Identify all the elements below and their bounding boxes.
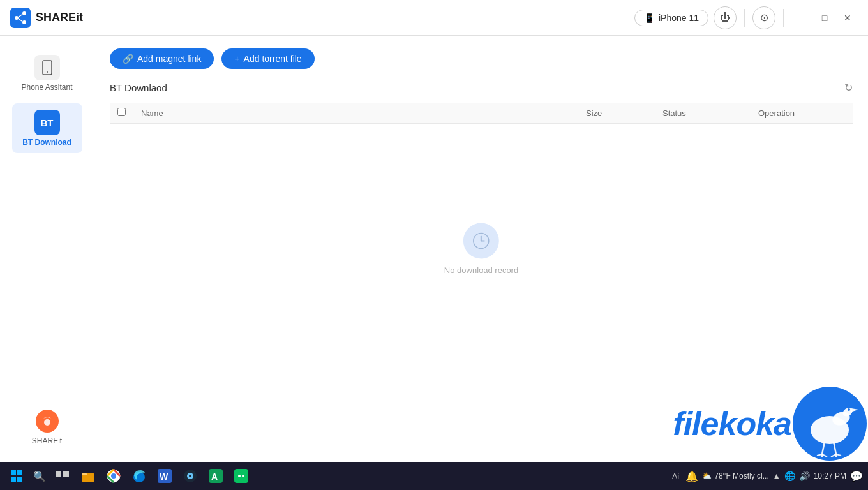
- taskbar-word[interactable]: W: [153, 464, 176, 487]
- add-magnet-button[interactable]: 🔗 Add magnet link: [110, 48, 214, 69]
- svg-rect-30: [17, 477, 22, 482]
- add-torrent-button[interactable]: + Add torrent file: [221, 48, 314, 69]
- svg-text:W: W: [160, 471, 168, 482]
- power-button[interactable]: ⏻: [714, 6, 737, 29]
- refresh-button[interactable]: ↻: [844, 82, 853, 94]
- taskbar-search-button[interactable]: 🔍: [28, 464, 51, 487]
- svg-point-47: [242, 475, 244, 477]
- svg-point-2: [22, 11, 26, 15]
- maximize-button[interactable]: □: [814, 8, 835, 28]
- notification-icon[interactable]: 🔔: [685, 470, 698, 482]
- svg-point-15: [830, 410, 851, 427]
- table-header-size: Size: [578, 103, 655, 124]
- svg-marker-17: [850, 408, 858, 412]
- bt-download-label: BT Download: [22, 138, 71, 147]
- shareit-bottom-label: SHAREit: [32, 436, 62, 445]
- action-center-icon[interactable]: 💬: [850, 470, 863, 482]
- taskbar-taskview-button[interactable]: [51, 464, 74, 487]
- download-table: Name Size Status Operation: [110, 103, 853, 124]
- svg-point-13: [793, 387, 867, 461]
- taskbar: 🔍: [0, 462, 868, 490]
- network-icon: 🌐: [784, 471, 795, 481]
- volume-icon[interactable]: 🔊: [799, 471, 810, 481]
- bt-icon-text: BT: [41, 117, 54, 128]
- taskbar-clock[interactable]: 10:27 PM: [814, 471, 846, 480]
- svg-rect-45: [234, 469, 248, 483]
- phone-assistant-label: Phone Assitant: [21, 83, 72, 92]
- add-torrent-plus-icon: +: [234, 54, 239, 64]
- svg-text:A: A: [211, 471, 218, 482]
- magnet-icon: 🔗: [123, 54, 133, 64]
- taskbar-right: Ai 🔔 ⛅ 78°F Mostly cl... ▲ 🌐 🔊 10:27 PM …: [672, 470, 863, 482]
- taskbar-wechat[interactable]: [230, 464, 253, 487]
- weather-info: ⛅ 78°F Mostly cl...: [702, 471, 768, 480]
- svg-point-7: [47, 71, 48, 73]
- device-pill[interactable]: 📱 iPhone 11: [634, 10, 708, 26]
- svg-point-9: [44, 419, 50, 426]
- app-logo: SHAREit: [10, 8, 83, 28]
- sidebar-item-shareit[interactable]: SHAREit: [12, 402, 82, 452]
- select-all-checkbox[interactable]: [117, 108, 126, 116]
- app-name: SHAREit: [36, 11, 83, 24]
- empty-state-icon: [463, 223, 499, 259]
- svg-rect-32: [63, 471, 69, 477]
- sidebar: Phone Assitant BT BT Download SHAREit: [0, 36, 94, 462]
- phone-assistant-icon: [34, 55, 60, 80]
- sidebar-item-phone-assistant[interactable]: Phone Assitant: [12, 48, 82, 98]
- svg-point-3: [22, 20, 26, 24]
- taskbar-app1[interactable]: A: [204, 464, 227, 487]
- systray-expand-icon[interactable]: ▲: [773, 471, 781, 480]
- svg-point-14: [811, 416, 849, 444]
- svg-rect-28: [17, 470, 22, 475]
- add-torrent-label: Add torrent file: [244, 54, 302, 64]
- window-controls: — □ ✕: [791, 8, 858, 28]
- taskbar-systray: 🔔 ⛅ 78°F Mostly cl... ▲ 🌐 🔊: [685, 470, 809, 482]
- search-icon: 🔍: [33, 470, 46, 482]
- table-header-operation: Operation: [751, 103, 853, 124]
- minimize-button[interactable]: —: [791, 8, 812, 28]
- titlebar: SHAREit 📱 iPhone 11 ⏻ ⊙ — □ ✕: [0, 0, 868, 36]
- bt-download-icon: BT: [34, 110, 60, 135]
- svg-line-21: [817, 454, 822, 456]
- svg-line-26: [836, 454, 841, 456]
- svg-rect-0: [10, 8, 31, 28]
- settings-button[interactable]: ⊙: [752, 6, 775, 29]
- table-header-checkbox: [110, 103, 133, 124]
- section-title-text: BT Downlaod: [110, 82, 167, 93]
- toolbar: 🔗 Add magnet link + Add torrent file: [110, 48, 853, 69]
- watermark-bird-icon: [791, 385, 868, 462]
- add-magnet-label: Add magnet link: [137, 54, 201, 64]
- weather-icon: ⛅: [702, 471, 712, 480]
- shareit-bottom-icon: [34, 408, 60, 434]
- content-area: 🔗 Add magnet link + Add torrent file BT …: [94, 36, 868, 462]
- svg-point-18: [848, 408, 850, 411]
- empty-state: No download record: [444, 223, 518, 275]
- separator2: [783, 9, 784, 27]
- taskbar-start-button[interactable]: [5, 464, 28, 487]
- settings-icon: ⊙: [760, 11, 768, 24]
- watermark-text: filekoka: [673, 405, 791, 443]
- power-icon: ⏻: [720, 12, 730, 24]
- section-title-row: BT Downlaod ↻: [110, 82, 853, 94]
- ai-label: Ai: [672, 471, 680, 481]
- taskbar-edge[interactable]: [128, 464, 151, 487]
- empty-state-text: No download record: [444, 265, 518, 275]
- taskbar-chrome[interactable]: [102, 464, 125, 487]
- table-header-status: Status: [655, 103, 751, 124]
- close-button[interactable]: ✕: [837, 8, 858, 28]
- taskbar-steam[interactable]: [179, 464, 202, 487]
- weather-text: 78°F Mostly cl...: [714, 471, 768, 480]
- svg-point-46: [238, 475, 241, 477]
- taskbar-file-explorer[interactable]: [77, 464, 100, 487]
- svg-point-42: [189, 475, 191, 477]
- svg-line-23: [822, 454, 827, 457]
- device-icon: 📱: [644, 13, 655, 23]
- device-name: iPhone 11: [659, 13, 699, 23]
- table-header: Name Size Status Operation: [110, 103, 853, 124]
- main-layout: Phone Assitant BT BT Download SHAREit: [0, 36, 868, 462]
- taskbar-apps: W A: [77, 464, 253, 487]
- shareit-logo-icon: [10, 8, 31, 28]
- svg-line-19: [822, 442, 825, 454]
- svg-point-36: [111, 473, 116, 479]
- sidebar-item-bt-download[interactable]: BT BT Download: [12, 103, 82, 153]
